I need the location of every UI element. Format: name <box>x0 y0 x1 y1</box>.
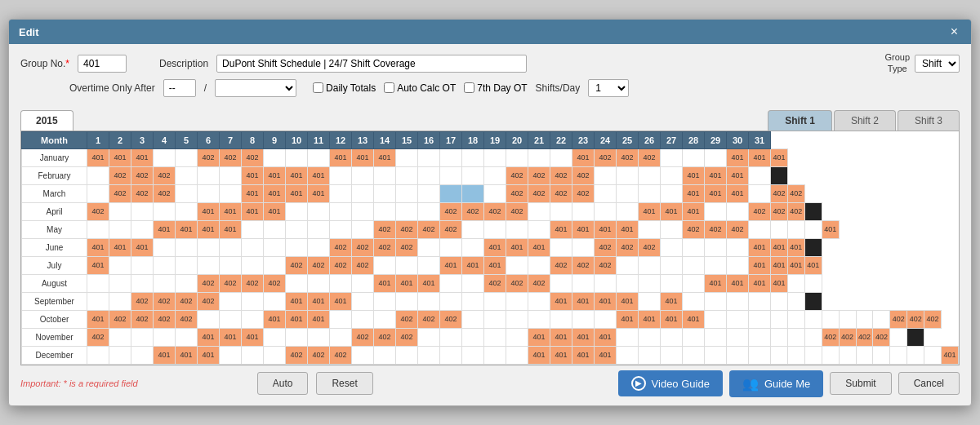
calendar-cell[interactable] <box>506 220 528 238</box>
calendar-cell[interactable] <box>804 238 822 256</box>
calendar-cell[interactable] <box>87 292 109 310</box>
calendar-cell[interactable]: 401 <box>550 292 572 310</box>
calendar-cell[interactable]: 402 <box>198 292 220 310</box>
calendar-cell[interactable]: 401 <box>440 256 462 274</box>
calendar-cell[interactable] <box>787 292 804 310</box>
calendar-cell[interactable]: 401 <box>749 148 771 166</box>
calendar-cell[interactable] <box>839 310 856 328</box>
calendar-cell[interactable] <box>418 346 440 364</box>
calendar-cell[interactable] <box>220 184 242 202</box>
calendar-cell[interactable]: 401 <box>595 328 617 346</box>
calendar-cell[interactable] <box>484 166 506 184</box>
calendar-cell[interactable]: 401 <box>727 184 749 202</box>
calendar-cell[interactable] <box>506 148 528 166</box>
calendar-cell[interactable] <box>727 328 749 346</box>
calendar-cell[interactable]: 402 <box>374 238 396 256</box>
calendar-cell[interactable] <box>727 256 749 274</box>
calendar-cell[interactable]: 401 <box>264 310 286 328</box>
calendar-cell[interactable] <box>705 238 727 256</box>
calendar-cell[interactable] <box>683 148 705 166</box>
calendar-cell[interactable]: 402 <box>131 310 154 328</box>
calendar-cell[interactable]: 402 <box>595 148 617 166</box>
calendar-cell[interactable] <box>396 346 418 364</box>
calendar-cell[interactable] <box>749 292 771 310</box>
calendar-cell[interactable] <box>198 184 220 202</box>
calendar-cell[interactable]: 402 <box>198 148 220 166</box>
calendar-cell[interactable] <box>462 274 484 292</box>
calendar-cell[interactable]: 402 <box>550 256 572 274</box>
calendar-cell[interactable] <box>484 328 506 346</box>
calendar-cell[interactable]: 402 <box>220 274 242 292</box>
calendar-cell[interactable]: 402 <box>220 148 242 166</box>
calendar-cell[interactable] <box>396 148 418 166</box>
calendar-cell[interactable]: 401 <box>749 274 771 292</box>
calendar-cell[interactable] <box>617 346 639 364</box>
calendar-cell[interactable] <box>617 274 639 292</box>
guide-me-button[interactable]: 👥 Guide Me <box>729 370 823 397</box>
calendar-cell[interactable]: 401 <box>705 184 727 202</box>
calendar-cell[interactable] <box>639 292 661 310</box>
calendar-cell[interactable] <box>418 328 440 346</box>
calendar-cell[interactable]: 402 <box>572 184 595 202</box>
calendar-cell[interactable] <box>617 256 639 274</box>
calendar-cell[interactable] <box>440 184 462 202</box>
calendar-cell[interactable]: 401 <box>220 328 242 346</box>
shift-tab-3[interactable]: Shift 3 <box>898 110 960 131</box>
calendar-cell[interactable]: 401 <box>617 220 639 238</box>
calendar-cell[interactable]: 401 <box>639 310 661 328</box>
calendar-cell[interactable]: 402 <box>639 238 661 256</box>
calendar-cell[interactable] <box>220 238 242 256</box>
calendar-cell[interactable]: 402 <box>131 184 154 202</box>
calendar-cell[interactable] <box>550 274 572 292</box>
calendar-cell[interactable] <box>890 346 907 364</box>
calendar-cell[interactable]: 402 <box>839 328 856 346</box>
calendar-cell[interactable]: 401 <box>308 184 330 202</box>
group-no-input[interactable] <box>78 55 127 73</box>
calendar-cell[interactable] <box>286 238 308 256</box>
calendar-cell[interactable] <box>661 220 683 238</box>
calendar-cell[interactable] <box>856 310 873 328</box>
calendar-cell[interactable] <box>242 310 264 328</box>
calendar-cell[interactable]: 401 <box>308 310 330 328</box>
calendar-cell[interactable] <box>506 292 528 310</box>
calendar-cell[interactable] <box>839 346 856 364</box>
calendar-cell[interactable]: 401 <box>374 274 396 292</box>
submit-button[interactable]: Submit <box>830 372 891 395</box>
calendar-cell[interactable] <box>286 274 308 292</box>
calendar-cell[interactable] <box>787 310 804 328</box>
calendar-cell[interactable] <box>705 346 727 364</box>
calendar-cell[interactable] <box>176 148 198 166</box>
calendar-cell[interactable] <box>264 346 286 364</box>
calendar-cell[interactable]: 401 <box>572 346 595 364</box>
calendar-cell[interactable]: 402 <box>528 184 550 202</box>
calendar-cell[interactable] <box>528 310 550 328</box>
calendar-cell[interactable]: 401 <box>374 148 396 166</box>
calendar-cell[interactable] <box>528 220 550 238</box>
calendar-cell[interactable] <box>595 202 617 220</box>
group-type-select[interactable]: Shift <box>915 55 960 73</box>
calendar-cell[interactable] <box>749 220 771 238</box>
calendar-cell[interactable] <box>418 292 440 310</box>
calendar-cell[interactable] <box>264 238 286 256</box>
calendar-cell[interactable]: 401 <box>683 202 705 220</box>
calendar-cell[interactable] <box>617 328 639 346</box>
calendar-cell[interactable] <box>242 346 264 364</box>
calendar-cell[interactable] <box>787 220 804 238</box>
shift-tab-2[interactable]: Shift 2 <box>834 110 896 131</box>
calendar-cell[interactable] <box>572 238 595 256</box>
calendar-cell[interactable] <box>705 328 727 346</box>
calendar-cell[interactable] <box>462 328 484 346</box>
calendar-cell[interactable]: 402 <box>727 220 749 238</box>
calendar-cell[interactable] <box>804 220 822 238</box>
calendar-cell[interactable]: 401 <box>942 346 959 364</box>
calendar-cell[interactable]: 401 <box>87 148 109 166</box>
calendar-cell[interactable]: 401 <box>330 148 352 166</box>
calendar-cell[interactable]: 402 <box>771 202 788 220</box>
calendar-cell[interactable] <box>484 346 506 364</box>
calendar-cell[interactable] <box>418 166 440 184</box>
calendar-cell[interactable] <box>352 184 374 202</box>
calendar-cell[interactable] <box>440 346 462 364</box>
calendar-cell[interactable] <box>617 202 639 220</box>
calendar-cell[interactable]: 402 <box>109 184 131 202</box>
calendar-cell[interactable] <box>131 220 154 238</box>
